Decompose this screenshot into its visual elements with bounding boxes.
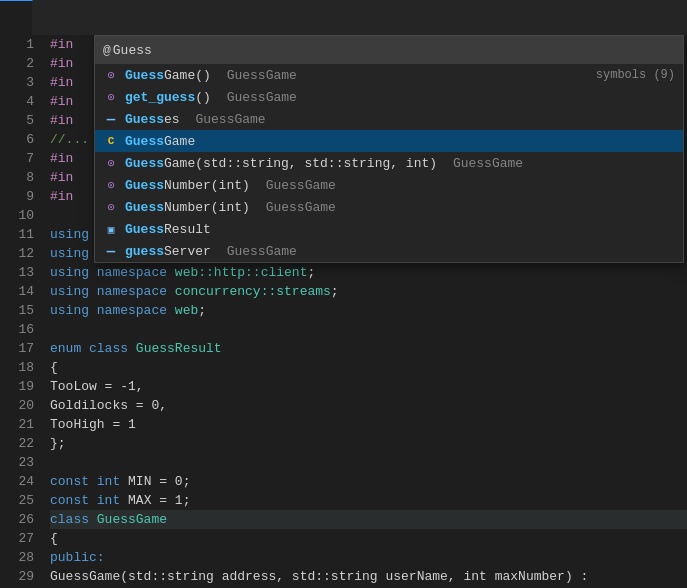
autocomplete-item[interactable]: CGuessGame xyxy=(95,130,683,152)
line-number: 28 xyxy=(0,548,34,567)
autocomplete-item-match: guess xyxy=(125,244,164,259)
code-line: { xyxy=(50,529,687,548)
token: TooLow = -1, xyxy=(50,379,144,394)
token: namespace xyxy=(97,284,175,299)
token: }; xyxy=(50,436,66,451)
token: MAX = 1; xyxy=(128,493,190,508)
code-area: 1234567891011121314151617181920212223242… xyxy=(0,35,687,588)
code-line: using namespace concurrency::streams; xyxy=(50,282,687,301)
token: using xyxy=(50,265,97,280)
line-number: 22 xyxy=(0,434,34,453)
token: #in xyxy=(50,37,73,52)
autocomplete-item-icon: ⊙ xyxy=(103,155,119,171)
line-number: 11 xyxy=(0,225,34,244)
autocomplete-item-rest: Number(int) xyxy=(164,178,258,193)
autocomplete-item-text: GuessNumber(int) GuessGame xyxy=(125,178,675,193)
code-line: TooLow = -1, xyxy=(50,377,687,396)
autocomplete-item[interactable]: ⊙GuessNumber(int) GuessGame xyxy=(95,174,683,196)
autocomplete-dropdown[interactable]: @ Guess ⊙GuessGame() GuessGamesymbols (9… xyxy=(94,35,684,263)
line-number: 19 xyxy=(0,377,34,396)
token: enum xyxy=(50,341,89,356)
token: const xyxy=(50,474,97,489)
autocomplete-item-rest: Server xyxy=(164,244,219,259)
line-number: 26 xyxy=(0,510,34,529)
token: using xyxy=(50,246,97,261)
autocomplete-item-match: Guess xyxy=(125,200,164,215)
code-line: using namespace web; xyxy=(50,301,687,320)
token: #in xyxy=(50,189,73,204)
autocomplete-item-rest: () xyxy=(195,90,218,105)
autocomplete-item-icon: ⊙ xyxy=(103,89,119,105)
token: using xyxy=(50,284,97,299)
line-number: 9 xyxy=(0,187,34,206)
line-number: 18 xyxy=(0,358,34,377)
line-number: 2 xyxy=(0,54,34,73)
line-number: 1 xyxy=(0,35,34,54)
line-number: 15 xyxy=(0,301,34,320)
autocomplete-item-match: Guess xyxy=(125,178,164,193)
code-line: }; xyxy=(50,434,687,453)
code-line: { xyxy=(50,358,687,377)
autocomplete-item[interactable]: ⊙GuessNumber(int) GuessGame xyxy=(95,196,683,218)
code-line: public: xyxy=(50,548,687,567)
autocomplete-item-match: Guess xyxy=(125,222,164,237)
line-number: 10 xyxy=(0,206,34,225)
line-number: 27 xyxy=(0,529,34,548)
code-content[interactable]: #in#in#in#in#in//...#in#in#inusingusing … xyxy=(42,35,687,588)
token: #in xyxy=(50,113,73,128)
autocomplete-item-icon: ▣ xyxy=(103,221,119,237)
autocomplete-item-detail: GuessGame xyxy=(266,200,336,215)
token: concurrency::streams xyxy=(175,284,331,299)
token: #in xyxy=(50,75,73,90)
token: ; xyxy=(331,284,339,299)
autocomplete-item-text: GuessGame xyxy=(125,134,675,149)
autocomplete-query: Guess xyxy=(113,43,152,58)
code-line: GuessGame(std::string address, std::stri… xyxy=(50,567,687,586)
autocomplete-item-rest: Result xyxy=(164,222,211,237)
autocomplete-item-icon: — xyxy=(103,111,119,127)
autocomplete-item-match: get_guess xyxy=(125,90,195,105)
autocomplete-item[interactable]: ⊙GuessGame(std::string, std::string, int… xyxy=(95,152,683,174)
autocomplete-item-text: GuessResult xyxy=(125,222,675,237)
token: int xyxy=(97,493,128,508)
code-line xyxy=(50,453,687,472)
autocomplete-item-match: Guess xyxy=(125,156,164,171)
token: ; xyxy=(198,303,206,318)
autocomplete-item[interactable]: ⊙GuessGame() GuessGamesymbols (9) xyxy=(95,64,683,86)
editor: 1234567891011121314151617181920212223242… xyxy=(0,0,687,588)
line-number: 12 xyxy=(0,244,34,263)
autocomplete-item-text: GuessGame() GuessGame xyxy=(125,68,675,83)
token: { xyxy=(50,360,58,375)
token: web xyxy=(175,303,198,318)
autocomplete-item-rest: Game(std::string, std::string, int) xyxy=(164,156,445,171)
token: int xyxy=(97,474,128,489)
token: using xyxy=(50,303,97,318)
line-number: 24 xyxy=(0,472,34,491)
token: #in xyxy=(50,56,73,71)
autocomplete-item-text: Guesses GuessGame xyxy=(125,112,675,127)
autocomplete-item-match: Guess xyxy=(125,134,164,149)
code-line: enum class GuessResult xyxy=(50,339,687,358)
token: //... xyxy=(50,132,89,147)
autocomplete-item[interactable]: —guessServer GuessGame xyxy=(95,240,683,262)
token: const xyxy=(50,493,97,508)
token: #in xyxy=(50,94,73,109)
token: namespace xyxy=(97,265,175,280)
line-number: 5 xyxy=(0,111,34,130)
token: using xyxy=(50,227,89,242)
token: #in xyxy=(50,170,73,185)
autocomplete-item[interactable]: ▣GuessResult xyxy=(95,218,683,240)
token: GuessResult xyxy=(136,341,222,356)
autocomplete-item[interactable]: —Guesses GuessGame xyxy=(95,108,683,130)
autocomplete-item-icon: ⊙ xyxy=(103,199,119,215)
autocomplete-item-text: get_guess() GuessGame xyxy=(125,90,675,105)
token: class xyxy=(89,341,136,356)
autocomplete-item-detail: GuessGame xyxy=(227,90,297,105)
editor-tab[interactable] xyxy=(0,0,33,35)
token: GuessGame(std::string address, std::stri… xyxy=(50,569,588,584)
token: MIN = 0; xyxy=(128,474,190,489)
autocomplete-item-icon: ⊙ xyxy=(103,67,119,83)
autocomplete-item[interactable]: ⊙get_guess() GuessGame xyxy=(95,86,683,108)
token: class xyxy=(50,512,97,527)
token: web::http::client xyxy=(175,265,308,280)
